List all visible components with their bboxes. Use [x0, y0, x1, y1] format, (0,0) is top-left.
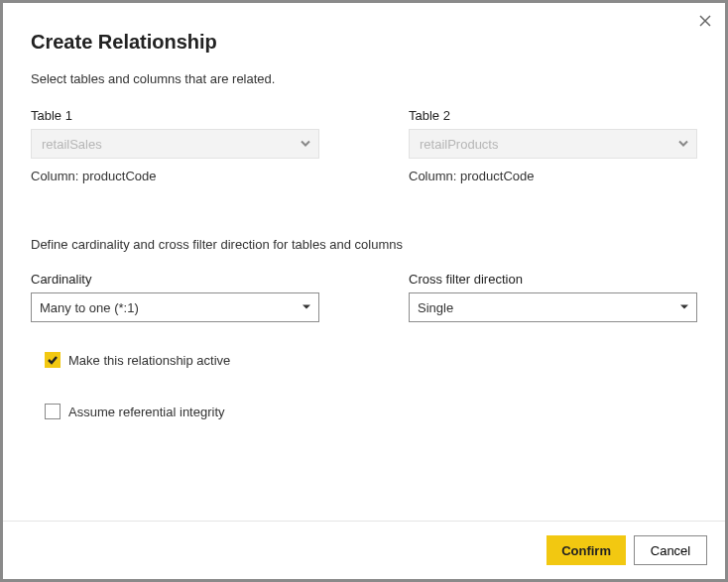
table2-column-name: productCode: [460, 169, 534, 183]
ref-integrity-check-label: Assume referential integrity: [68, 405, 225, 419]
section-description: Define cardinality and cross filter dire…: [31, 237, 697, 252]
cardinality-label: Cardinality: [31, 272, 319, 287]
check-icon: [47, 354, 59, 366]
crossfilter-select[interactable]: Single: [409, 292, 697, 322]
dialog-subtitle: Select tables and columns that are relat…: [31, 71, 697, 86]
table1-value: retailSales: [42, 137, 102, 152]
active-check-label: Make this relationship active: [68, 353, 230, 368]
table2-select[interactable]: retailProducts: [409, 129, 697, 159]
dialog-title: Create Relationship: [31, 31, 697, 54]
ref-integrity-checkbox[interactable]: [45, 404, 61, 419]
active-check-row: Make this relationship active: [45, 352, 697, 368]
cardinality-column: Cardinality Many to one (*:1): [31, 272, 319, 322]
table1-column: Table 1 retailSales Column: productCode: [31, 108, 319, 183]
confirm-button[interactable]: Confirm: [546, 535, 626, 565]
dialog-footer: Confirm Cancel: [3, 521, 725, 579]
table1-column-name: productCode: [82, 169, 156, 183]
table2-column-prefix: Column:: [409, 169, 460, 183]
table2-label: Table 2: [409, 108, 697, 123]
table2-column: Table 2 retailProducts Column: productCo…: [409, 108, 697, 183]
table1-column-prefix: Column:: [31, 169, 82, 183]
tables-row: Table 1 retailSales Column: productCode …: [31, 108, 697, 183]
close-button[interactable]: [695, 11, 715, 31]
cancel-button[interactable]: Cancel: [634, 535, 707, 565]
options-row: Cardinality Many to one (*:1) Cross filt…: [31, 272, 697, 322]
crossfilter-column: Cross filter direction Single: [409, 272, 697, 322]
table2-value: retailProducts: [420, 137, 498, 152]
ref-integrity-check-row: Assume referential integrity: [45, 404, 697, 419]
active-checkbox[interactable]: [45, 352, 61, 368]
table1-column-line: Column: productCode: [31, 169, 319, 183]
chevron-down-icon: [678, 137, 688, 152]
close-icon: [699, 15, 711, 27]
table1-label: Table 1: [31, 108, 319, 123]
cardinality-select[interactable]: Many to one (*:1): [31, 292, 319, 322]
dialog-content: Create Relationship Select tables and co…: [3, 3, 725, 521]
table2-column-line: Column: productCode: [409, 169, 697, 183]
chevron-down-icon: [301, 137, 310, 152]
create-relationship-dialog: Create Relationship Select tables and co…: [0, 0, 728, 582]
table1-select[interactable]: retailSales: [31, 129, 319, 159]
crossfilter-label: Cross filter direction: [409, 272, 697, 287]
